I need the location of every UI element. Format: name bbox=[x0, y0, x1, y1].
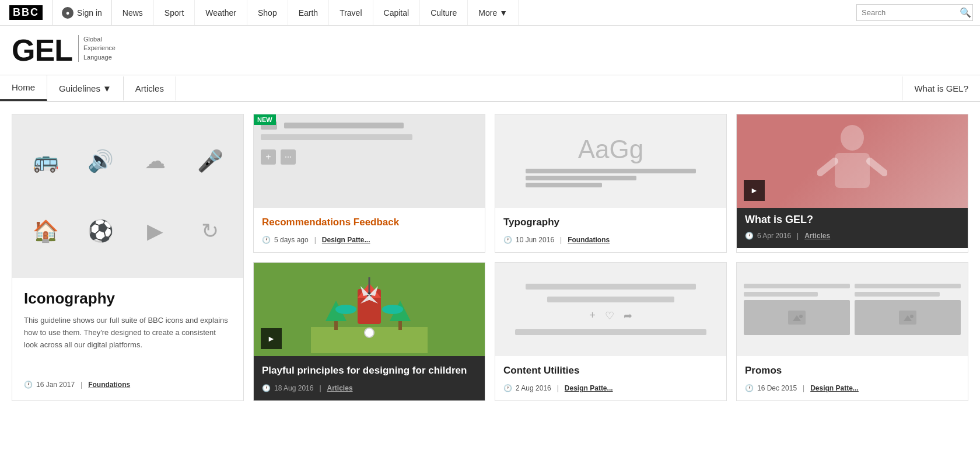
what-is-gel-category[interactable]: Articles bbox=[804, 232, 830, 240]
utility-icons: + ♡ ➦ bbox=[589, 309, 632, 322]
top-navigation: BBC ● Sign in News Sport Weather Shop Ea… bbox=[0, 0, 980, 26]
what-is-gel-date: 6 Apr 2016 bbox=[757, 232, 791, 240]
promos-title: Promos bbox=[745, 364, 960, 377]
play-icon: ▶ bbox=[147, 219, 163, 243]
gel-title: GEL bbox=[12, 35, 72, 65]
add-icon: + bbox=[589, 309, 596, 322]
playful-date: 18 Aug 2016 bbox=[274, 384, 313, 392]
clock-icon-rec: 🕐 bbox=[262, 236, 271, 244]
recommendations-content: Recommendations Feedback 🕐 5 days ago | … bbox=[254, 208, 485, 252]
iconography-meta: 🕐 16 Jan 2017 | Foundations bbox=[12, 381, 243, 400]
cloud-icon: ☁ bbox=[145, 149, 166, 173]
speaker-icon: 🔊 bbox=[88, 149, 114, 173]
typography-sample: AaGg bbox=[578, 135, 644, 164]
nav-guidelines[interactable]: Guidelines ▼ bbox=[47, 76, 124, 100]
dropdown-icon: ▼ bbox=[103, 83, 111, 93]
bbc-logo-text: BBC bbox=[9, 5, 43, 20]
typography-category[interactable]: Foundations bbox=[568, 236, 610, 244]
more-label: More bbox=[478, 8, 497, 18]
card-iconography[interactable]: 🚌 🔊 ☁ 🎤 🏠 ⚽ ▶ ↻ Iconography This guideli… bbox=[12, 114, 244, 401]
promos-date: 16 Dec 2015 bbox=[757, 384, 797, 392]
typography-preview: AaGg bbox=[495, 114, 726, 208]
svg-point-18 bbox=[335, 305, 356, 314]
playful-category[interactable]: Articles bbox=[327, 384, 353, 392]
playful-image: ► bbox=[254, 263, 485, 356]
nav-home[interactable]: Home bbox=[0, 75, 47, 101]
clock-icon-cu: 🕐 bbox=[503, 384, 512, 392]
nav-articles[interactable]: Articles bbox=[124, 76, 176, 100]
playful-content: Playful principles for designing for chi… bbox=[254, 356, 485, 400]
nav-links: News Sport Weather Shop Earth Travel Cap… bbox=[112, 0, 849, 25]
recommendations-category[interactable]: Design Patte... bbox=[322, 236, 370, 244]
promos-category[interactable]: Design Patte... bbox=[810, 384, 859, 392]
play-button-playful[interactable]: ► bbox=[261, 328, 282, 349]
svg-rect-1 bbox=[835, 153, 870, 188]
iconography-date: 16 Jan 2017 bbox=[36, 381, 75, 389]
bus-icon: 🚌 bbox=[33, 149, 59, 173]
promos-content: Promos 🕐 16 Dec 2015 | Design Patte... bbox=[737, 356, 968, 400]
home-label: Home bbox=[12, 82, 35, 92]
refresh-icon: ↻ bbox=[201, 219, 219, 243]
guidelines-label: Guidelines bbox=[59, 83, 100, 93]
card-promos[interactable]: Promos 🕐 16 Dec 2015 | Design Patte... bbox=[736, 262, 968, 401]
articles-label: Articles bbox=[135, 83, 164, 93]
bbc-logo[interactable]: BBC bbox=[0, 0, 52, 25]
iconography-category[interactable]: Foundations bbox=[88, 381, 130, 389]
recommendations-preview: + ⋯ NEW bbox=[254, 114, 485, 208]
iconography-title: Iconography bbox=[24, 290, 232, 308]
clock-icon-promos: 🕐 bbox=[745, 384, 754, 392]
promo-image-placeholder-2 bbox=[855, 300, 961, 335]
recommendations-date: 5 days ago bbox=[274, 236, 309, 244]
card-recommendations[interactable]: + ⋯ NEW Recommendations Feedback 🕐 5 day… bbox=[253, 114, 485, 253]
play-button-gel[interactable]: ► bbox=[744, 180, 765, 201]
nav-link-travel[interactable]: Travel bbox=[329, 0, 373, 25]
content-utilities-category[interactable]: Design Patte... bbox=[565, 384, 613, 392]
promos-preview bbox=[737, 263, 968, 356]
gel-header: GEL Global Experience Language bbox=[0, 26, 980, 75]
iconography-preview: 🚌 🔊 ☁ 🎤 🏠 ⚽ ▶ ↻ bbox=[12, 114, 243, 278]
nav-link-weather[interactable]: Weather bbox=[195, 0, 247, 25]
content-utilities-content: Content Utilities 🕐 2 Aug 2016 | Design … bbox=[495, 356, 726, 400]
svg-point-17 bbox=[365, 328, 374, 337]
what-is-gel-link[interactable]: What is GEL? bbox=[902, 76, 980, 100]
typography-lines bbox=[526, 169, 695, 187]
search-input[interactable] bbox=[862, 8, 960, 17]
playful-title: Playful principles for designing for chi… bbox=[262, 364, 477, 377]
nav-link-earth[interactable]: Earth bbox=[288, 0, 329, 25]
main-content: 🚌 🔊 ☁ 🎤 🏠 ⚽ ▶ ↻ Iconography This guideli… bbox=[0, 102, 980, 413]
svg-point-25 bbox=[910, 315, 914, 318]
share-icon: ➦ bbox=[624, 309, 632, 322]
svg-line-3 bbox=[870, 161, 884, 173]
typography-date: 10 Jun 2016 bbox=[516, 236, 554, 244]
iconography-content: Iconography This guideline shows our ful… bbox=[12, 278, 243, 381]
mic-icon: 🎤 bbox=[197, 149, 223, 173]
what-is-gel-content: What is GEL? 🕐 6 Apr 2016 | Articles bbox=[737, 208, 968, 248]
card-typography[interactable]: AaGg Typography 🕐 10 Jun 2016 | Foundati… bbox=[495, 114, 727, 253]
what-is-gel-title: What is GEL? bbox=[745, 214, 960, 226]
typography-content: Typography 🕐 10 Jun 2016 | Foundations bbox=[495, 208, 726, 252]
playful-svg bbox=[311, 266, 428, 353]
nav-link-sport[interactable]: Sport bbox=[154, 0, 195, 25]
user-icon: ● bbox=[62, 7, 74, 19]
gel-subtitle: Global Experience Language bbox=[78, 35, 116, 62]
nav-link-news[interactable]: News bbox=[112, 0, 154, 25]
heart-icon: ♡ bbox=[605, 309, 614, 322]
nav-link-culture[interactable]: Culture bbox=[420, 0, 468, 25]
nav-link-more[interactable]: More ▼ bbox=[468, 0, 519, 25]
content-utilities-preview: + ♡ ➦ bbox=[495, 263, 726, 356]
card-what-is-gel[interactable]: ► What is GEL? 🕐 6 Apr 2016 | Articles bbox=[736, 114, 968, 253]
nav-link-shop[interactable]: Shop bbox=[247, 0, 288, 25]
clock-icon-typo: 🕐 bbox=[503, 236, 512, 244]
search-icon[interactable]: 🔍 bbox=[960, 7, 971, 18]
card-playful[interactable]: ► Playful principles for designing for c… bbox=[253, 262, 485, 401]
football-icon: ⚽ bbox=[88, 219, 114, 243]
svg-point-19 bbox=[382, 305, 403, 314]
what-is-gel-image: ► bbox=[737, 114, 968, 208]
svg-point-0 bbox=[841, 125, 864, 151]
nav-link-capital[interactable]: Capital bbox=[373, 0, 421, 25]
search-box[interactable]: 🔍 bbox=[856, 4, 973, 21]
sign-in-button[interactable]: ● Sign in bbox=[52, 0, 112, 25]
card-content-utilities[interactable]: + ♡ ➦ Content Utilities 🕐 2 Aug 2016 | D… bbox=[495, 262, 727, 401]
recommendations-title: Recommendations Feedback bbox=[262, 216, 477, 229]
home-icon: 🏠 bbox=[33, 219, 59, 243]
